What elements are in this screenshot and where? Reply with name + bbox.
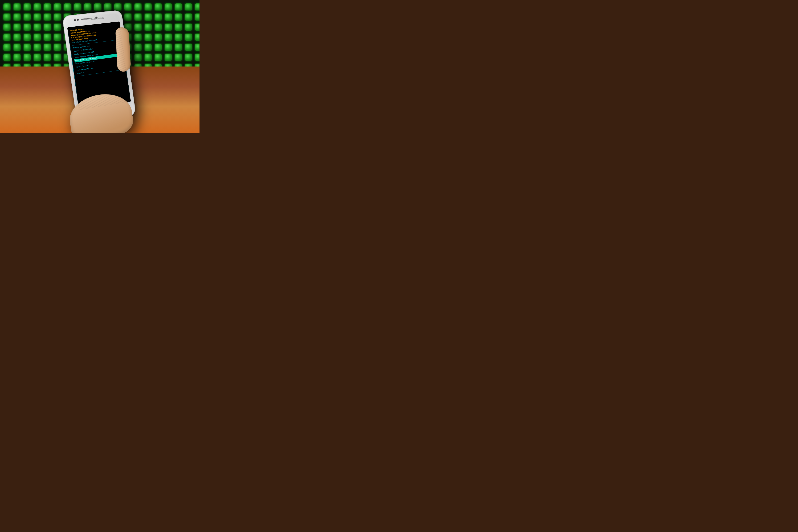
- keyboard-key: [134, 44, 142, 51]
- keyboard-key: [104, 3, 111, 11]
- keyboard-key: [185, 14, 192, 20]
- keyboard-key: [195, 44, 200, 51]
- keyboard-key: [134, 14, 142, 20]
- keyboard-key: [185, 3, 192, 11]
- keyboard-key: [134, 54, 142, 61]
- keyboard-key: [24, 34, 31, 41]
- phone-wrapper: SAMSUNG Android Recovery MMB29K.G935FXXU…: [62, 10, 136, 125]
- recovery-header: Android Recovery MMB29K.G935FXXU1CPJ2 sa…: [70, 24, 120, 44]
- keyboard-key: [3, 44, 11, 51]
- keyboard-key: [14, 34, 20, 41]
- keyboard-key: [44, 3, 51, 11]
- keyboard-key: [14, 3, 20, 11]
- keyboard-key: [155, 44, 162, 51]
- keyboard-key: [34, 44, 41, 51]
- keyboard-key: [185, 44, 192, 51]
- keyboard-key: [24, 24, 31, 31]
- keyboard-key: [114, 3, 121, 11]
- front-sensor: [77, 19, 79, 21]
- keyboard-key: [165, 34, 172, 41]
- keyboard-key: [175, 24, 182, 31]
- keyboard-key: [64, 3, 71, 11]
- keyboard-key: [44, 44, 51, 51]
- keyboard-key: [155, 14, 162, 20]
- keyboard-key: [155, 24, 162, 31]
- proximity-sensor: [74, 19, 76, 21]
- keyboard-key: [74, 3, 81, 11]
- keyboard-key: [3, 14, 11, 20]
- keyboard-key: [155, 54, 162, 61]
- keyboard-key: [3, 3, 11, 11]
- keyboard-key: [24, 54, 31, 61]
- keyboard-key: [175, 54, 182, 61]
- keyboard-key: [3, 54, 11, 61]
- keyboard-key: [54, 44, 61, 51]
- keyboard-key: [44, 24, 51, 31]
- keyboard-key: [14, 24, 20, 31]
- keyboard-key: [195, 34, 200, 41]
- keyboard-key: [54, 3, 61, 11]
- keyboard-key: [84, 3, 91, 11]
- keyboard-key: [134, 3, 142, 11]
- keyboard-key: [34, 34, 41, 41]
- keyboard-key: [165, 14, 172, 20]
- keyboard-key: [145, 34, 151, 41]
- keyboard-key: [195, 24, 200, 31]
- keyboard-key: [165, 3, 172, 11]
- keyboard-key: [155, 34, 162, 41]
- keyboard-key: [34, 54, 41, 61]
- keyboard-key: [175, 44, 182, 51]
- keyboard-key: [14, 44, 20, 51]
- keyboard-key: [175, 3, 182, 11]
- keyboard-key: [175, 34, 182, 41]
- keyboard-key: [94, 3, 101, 11]
- keyboard-key: [195, 54, 200, 61]
- keyboard-key: [124, 3, 131, 11]
- keyboard-key: [185, 34, 192, 41]
- keyboard-key: [175, 14, 182, 20]
- keyboard-key: [145, 44, 151, 51]
- keyboard-key: [195, 14, 200, 20]
- keyboard-key: [34, 24, 41, 31]
- keyboard-key: [145, 24, 151, 31]
- keyboard-key: [155, 3, 162, 11]
- sensor-dots: [74, 19, 79, 21]
- keyboard-key: [24, 14, 31, 20]
- keyboard-key: [54, 34, 61, 41]
- keyboard-key: [134, 34, 142, 41]
- thumb: [115, 27, 131, 72]
- keyboard-key: [14, 54, 20, 61]
- keyboard-key: [165, 24, 172, 31]
- keyboard-key: [3, 24, 11, 31]
- keyboard-key: [165, 54, 172, 61]
- keyboard-key: [3, 34, 11, 41]
- keyboard-key: [24, 44, 31, 51]
- keyboard-key: [145, 14, 151, 20]
- keyboard-key: [44, 54, 51, 61]
- keyboard-key: [34, 14, 41, 20]
- keyboard-key: [34, 3, 41, 11]
- keyboard-key: [54, 24, 61, 31]
- keyboard-key: [145, 54, 151, 61]
- keyboard-key: [14, 14, 20, 20]
- keyboard-key: [185, 24, 192, 31]
- keyboard-key: [145, 3, 151, 11]
- main-scene: SAMSUNG Android Recovery MMB29K.G935FXXU…: [70, 13, 129, 120]
- keyboard-key: [134, 24, 142, 31]
- keyboard-key: [54, 14, 61, 20]
- keyboard-key: [44, 34, 51, 41]
- keyboard-key: [44, 14, 51, 20]
- keyboard-key: [24, 3, 31, 11]
- keyboard-key: [195, 3, 200, 11]
- keyboard-key: [54, 54, 61, 61]
- keyboard-key: [185, 54, 192, 61]
- keyboard-key: [165, 44, 172, 51]
